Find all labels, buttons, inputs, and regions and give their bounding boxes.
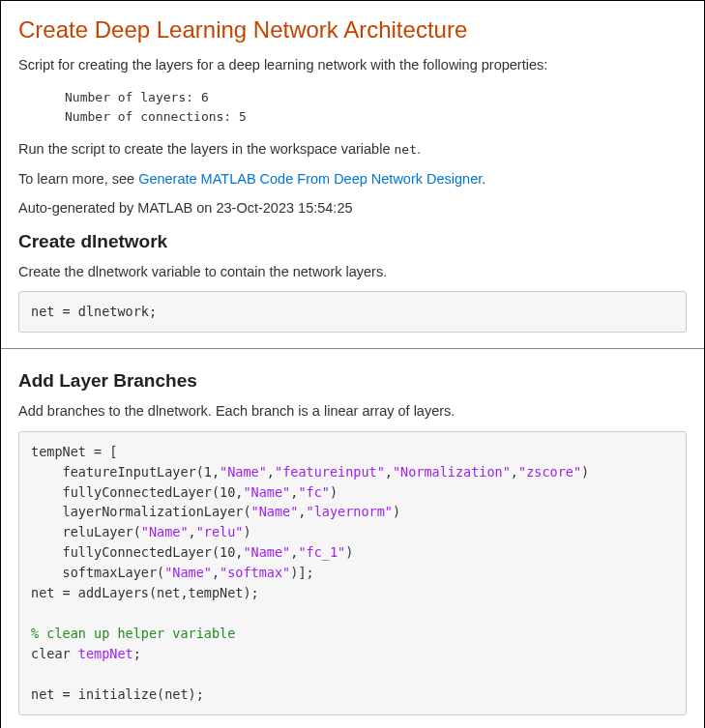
page-title: Create Deep Learning Network Architectur… bbox=[18, 16, 687, 44]
section-header: Create Deep Learning Network Architectur… bbox=[1, 1, 704, 349]
heading-add-layers: Add Layer Branches bbox=[18, 370, 687, 392]
learn-more-text: To learn more, see Generate MATLAB Code … bbox=[18, 169, 687, 189]
desc-add-layers: Add branches to the dlnetwork. Each bran… bbox=[18, 401, 687, 421]
heading-create-dlnetwork: Create dlnetwork bbox=[18, 231, 687, 252]
section-add-layers: Add Layer Branches Add branches to the d… bbox=[1, 349, 704, 728]
learn-more-link[interactable]: Generate MATLAB Code From Deep Network D… bbox=[138, 171, 482, 187]
code-add-layers: tempNet = [ featureInputLayer(1,"Name","… bbox=[18, 431, 687, 715]
inline-code-net: net bbox=[394, 142, 416, 157]
run-script-text: Run the script to create the layers in t… bbox=[18, 139, 687, 159]
code-create-dlnetwork: net = dlnetwork; bbox=[18, 291, 687, 333]
intro-text: Script for creating the layers for a dee… bbox=[18, 55, 687, 74]
desc-create-dlnetwork: Create the dlnetwork variable to contain… bbox=[18, 262, 687, 281]
autogen-text: Auto-generated by MATLAB on 23-Oct-2023 … bbox=[18, 198, 687, 218]
document-container: Create Deep Learning Network Architectur… bbox=[0, 0, 705, 728]
properties-block: Number of layers: 6 Number of connection… bbox=[65, 88, 687, 126]
